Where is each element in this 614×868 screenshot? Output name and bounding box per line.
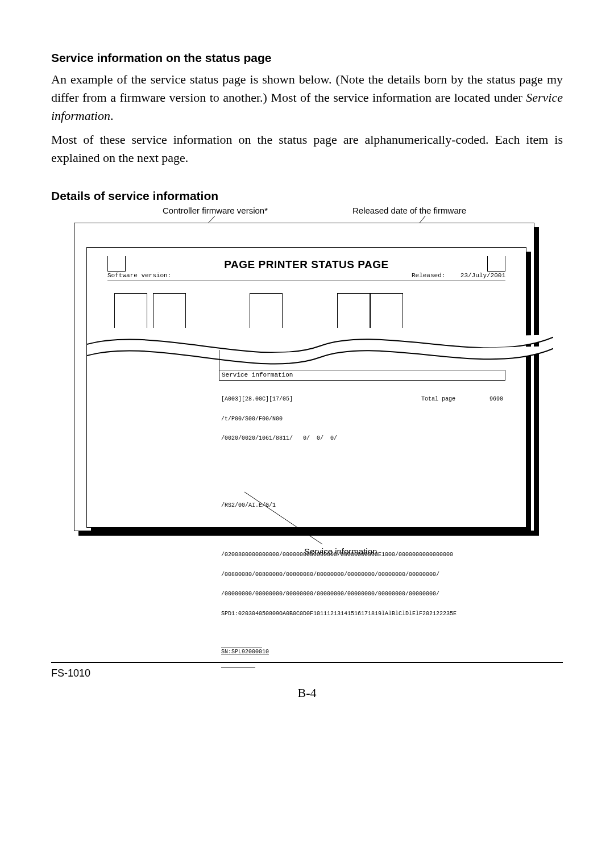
footer-model: FS-1010: [51, 667, 90, 679]
header-corner-right: [487, 256, 505, 272]
service-info-panel: Service information [A003][28.00C][17/05…: [219, 370, 505, 499]
service-info-header: Service information: [219, 370, 505, 381]
inner-page-frame: PAGE PRINTER STATUS PAGE Software versio…: [86, 247, 526, 528]
software-version-label: Software version:: [107, 272, 171, 280]
svc-rs-line: /RS2/00/AI.E/G/1: [221, 502, 503, 509]
page-title: PAGE PRINTER STATUS PAGE: [224, 258, 388, 271]
footer-rule: [51, 662, 563, 663]
released-label: Released:: [412, 272, 445, 279]
wave-cut: [87, 329, 553, 366]
footer-page-number: B-4: [0, 686, 614, 700]
released-value: 23/July/2001: [460, 272, 505, 279]
status-header: PAGE PRINTER STATUS PAGE Software versio…: [107, 256, 505, 289]
svc-hex3: /00000000/00000000/00000000/00000000/000…: [221, 591, 503, 598]
callout-firmware-version: Controller firmware version*: [163, 206, 268, 215]
intro-text-c: .: [110, 108, 114, 123]
header-corner-left: [107, 256, 126, 272]
svc-hex2: /00800080/00800080/00800080/80000000/000…: [221, 571, 503, 578]
intro-paragraph-1: An example of the service status page is…: [51, 70, 563, 125]
intro-paragraph-2: Most of these service information on the…: [51, 131, 563, 167]
svc-hex4: SPD1:020304050809OA0B0C0D0F1011121314151…: [221, 611, 503, 617]
status-page-diagram: Controller firmware version* Released da…: [74, 206, 541, 560]
callout-service-info: Service information: [304, 546, 377, 556]
section-heading-service-info: Service information on the status page: [51, 51, 563, 65]
intro-text-a: An example of the service status page is…: [51, 72, 563, 105]
option-slot-4: [337, 293, 370, 328]
total-page-value: 9690: [489, 396, 503, 403]
svc-line1: [A003][28.00C][17/05]: [221, 396, 293, 403]
svc-sn: SN:SPL92000010: [221, 649, 503, 656]
option-slot-3: [250, 293, 283, 328]
callout-release-date: Released date of the firmware: [352, 206, 466, 215]
option-slot-1: [114, 293, 147, 328]
service-panel-connector: [219, 350, 219, 370]
outer-page-frame: PAGE PRINTER STATUS PAGE Software versio…: [74, 223, 534, 531]
svc-line3: /0020/0020/1061/8811/ 0/ 0/ 0/: [221, 435, 503, 442]
svc-line2: /t/P00/S00/F00/N00: [221, 416, 503, 423]
total-page-label: Total page: [421, 396, 455, 403]
option-slot-5: [370, 293, 403, 328]
section-heading-details: Details of service information: [51, 189, 563, 203]
header-underline: [107, 281, 505, 281]
option-slot-2: [153, 293, 186, 328]
